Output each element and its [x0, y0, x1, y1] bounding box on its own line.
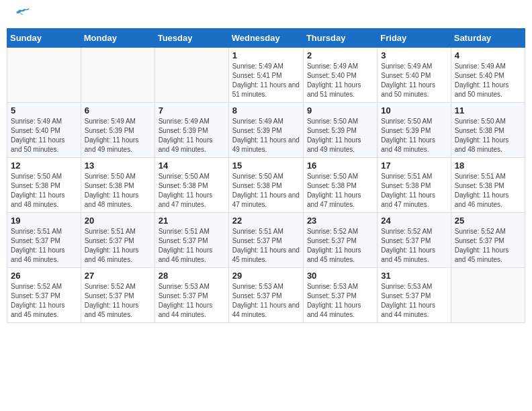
day-number: 14	[159, 161, 225, 171]
calendar-table: SundayMondayTuesdayWednesdayThursdayFrid…	[7, 28, 525, 323]
day-number: 22	[232, 216, 300, 226]
calendar-cell: 10Sunrise: 5:50 AMSunset: 5:39 PMDayligh…	[378, 103, 451, 158]
weekday-header-monday: Monday	[81, 29, 154, 48]
logo	[13, 10, 30, 18]
calendar-cell	[451, 268, 525, 323]
calendar-cell: 30Sunrise: 5:53 AMSunset: 5:37 PMDayligh…	[303, 268, 377, 323]
calendar-cell: 22Sunrise: 5:51 AMSunset: 5:37 PMDayligh…	[228, 213, 303, 268]
calendar-cell: 19Sunrise: 5:51 AMSunset: 5:37 PMDayligh…	[7, 213, 81, 268]
day-info: Sunrise: 5:51 AMSunset: 5:38 PMDaylight:…	[455, 172, 521, 210]
weekday-header-saturday: Saturday	[451, 29, 525, 48]
day-info: Sunrise: 5:52 AMSunset: 5:37 PMDaylight:…	[85, 282, 151, 320]
day-info: Sunrise: 5:50 AMSunset: 5:39 PMDaylight:…	[381, 117, 447, 154]
day-number: 28	[159, 271, 225, 281]
day-number: 21	[159, 216, 225, 226]
day-number: 27	[85, 271, 151, 281]
calendar-cell	[81, 48, 154, 103]
page-header	[7, 7, 525, 21]
day-number: 18	[455, 161, 521, 171]
calendar-week-row: 26Sunrise: 5:52 AMSunset: 5:37 PMDayligh…	[7, 268, 525, 323]
day-info: Sunrise: 5:53 AMSunset: 5:37 PMDaylight:…	[159, 282, 225, 320]
day-info: Sunrise: 5:51 AMSunset: 5:37 PMDaylight:…	[159, 227, 225, 265]
day-number: 17	[381, 161, 447, 171]
calendar-cell: 31Sunrise: 5:53 AMSunset: 5:37 PMDayligh…	[378, 268, 451, 323]
calendar-cell: 16Sunrise: 5:50 AMSunset: 5:38 PMDayligh…	[303, 158, 377, 213]
day-number: 12	[11, 161, 77, 171]
day-number: 16	[307, 161, 373, 171]
day-info: Sunrise: 5:53 AMSunset: 5:37 PMDaylight:…	[232, 282, 300, 320]
day-info: Sunrise: 5:49 AMSunset: 5:40 PMDaylight:…	[11, 117, 77, 154]
calendar-cell: 17Sunrise: 5:51 AMSunset: 5:38 PMDayligh…	[378, 158, 451, 213]
calendar-cell: 20Sunrise: 5:51 AMSunset: 5:37 PMDayligh…	[81, 213, 154, 268]
calendar-cell: 7Sunrise: 5:49 AMSunset: 5:39 PMDaylight…	[154, 103, 228, 158]
day-info: Sunrise: 5:52 AMSunset: 5:37 PMDaylight:…	[307, 227, 373, 265]
day-info: Sunrise: 5:50 AMSunset: 5:38 PMDaylight:…	[11, 172, 77, 210]
day-info: Sunrise: 5:50 AMSunset: 5:38 PMDaylight:…	[232, 172, 300, 210]
weekday-header-friday: Friday	[378, 29, 451, 48]
calendar-week-row: 19Sunrise: 5:51 AMSunset: 5:37 PMDayligh…	[7, 213, 525, 268]
day-number: 10	[381, 105, 447, 116]
day-number: 8	[232, 105, 300, 116]
weekday-header-sunday: Sunday	[7, 29, 81, 48]
day-info: Sunrise: 5:50 AMSunset: 5:38 PMDaylight:…	[159, 172, 225, 210]
calendar-cell: 18Sunrise: 5:51 AMSunset: 5:38 PMDayligh…	[451, 158, 525, 213]
calendar-cell: 23Sunrise: 5:52 AMSunset: 5:37 PMDayligh…	[303, 213, 377, 268]
weekday-header-thursday: Thursday	[303, 29, 377, 48]
day-number: 23	[307, 216, 373, 226]
calendar-cell: 24Sunrise: 5:52 AMSunset: 5:37 PMDayligh…	[378, 213, 451, 268]
day-number: 2	[307, 50, 373, 60]
day-info: Sunrise: 5:50 AMSunset: 5:38 PMDaylight:…	[85, 172, 151, 210]
day-info: Sunrise: 5:51 AMSunset: 5:37 PMDaylight:…	[232, 227, 300, 265]
day-info: Sunrise: 5:49 AMSunset: 5:39 PMDaylight:…	[85, 117, 151, 154]
day-number: 24	[381, 216, 447, 226]
day-info: Sunrise: 5:52 AMSunset: 5:37 PMDaylight:…	[455, 227, 521, 265]
calendar-cell: 5Sunrise: 5:49 AMSunset: 5:40 PMDaylight…	[7, 103, 81, 158]
day-number: 9	[307, 105, 373, 116]
day-info: Sunrise: 5:49 AMSunset: 5:39 PMDaylight:…	[232, 117, 300, 154]
day-info: Sunrise: 5:50 AMSunset: 5:39 PMDaylight:…	[307, 117, 373, 154]
day-info: Sunrise: 5:49 AMSunset: 5:40 PMDaylight:…	[381, 62, 447, 99]
calendar-week-row: 5Sunrise: 5:49 AMSunset: 5:40 PMDaylight…	[7, 103, 525, 158]
calendar-header-row: SundayMondayTuesdayWednesdayThursdayFrid…	[7, 29, 525, 48]
day-number: 19	[11, 216, 77, 226]
day-number: 6	[85, 105, 151, 116]
calendar-cell	[154, 48, 228, 103]
calendar-cell: 1Sunrise: 5:49 AMSunset: 5:41 PMDaylight…	[228, 48, 303, 103]
calendar-cell: 26Sunrise: 5:52 AMSunset: 5:37 PMDayligh…	[7, 268, 81, 323]
calendar-cell: 3Sunrise: 5:49 AMSunset: 5:40 PMDaylight…	[378, 48, 451, 103]
calendar-cell: 21Sunrise: 5:51 AMSunset: 5:37 PMDayligh…	[154, 213, 228, 268]
calendar-week-row: 12Sunrise: 5:50 AMSunset: 5:38 PMDayligh…	[7, 158, 525, 213]
day-number: 25	[455, 216, 521, 226]
day-number: 1	[232, 50, 300, 60]
day-number: 4	[455, 50, 521, 60]
day-info: Sunrise: 5:50 AMSunset: 5:38 PMDaylight:…	[307, 172, 373, 210]
day-info: Sunrise: 5:49 AMSunset: 5:41 PMDaylight:…	[232, 62, 300, 99]
day-info: Sunrise: 5:51 AMSunset: 5:37 PMDaylight:…	[85, 227, 151, 265]
calendar-cell: 28Sunrise: 5:53 AMSunset: 5:37 PMDayligh…	[154, 268, 228, 323]
day-info: Sunrise: 5:52 AMSunset: 5:37 PMDaylight:…	[11, 282, 77, 320]
calendar-cell: 12Sunrise: 5:50 AMSunset: 5:38 PMDayligh…	[7, 158, 81, 213]
calendar-cell: 29Sunrise: 5:53 AMSunset: 5:37 PMDayligh…	[228, 268, 303, 323]
day-info: Sunrise: 5:49 AMSunset: 5:40 PMDaylight:…	[455, 62, 521, 99]
day-info: Sunrise: 5:51 AMSunset: 5:37 PMDaylight:…	[11, 227, 77, 265]
day-info: Sunrise: 5:49 AMSunset: 5:39 PMDaylight:…	[159, 117, 225, 154]
day-number: 31	[381, 271, 447, 281]
day-info: Sunrise: 5:53 AMSunset: 5:37 PMDaylight:…	[381, 282, 447, 320]
calendar-cell	[7, 48, 81, 103]
calendar-week-row: 1Sunrise: 5:49 AMSunset: 5:41 PMDaylight…	[7, 48, 525, 103]
day-number: 3	[381, 50, 447, 60]
weekday-header-tuesday: Tuesday	[154, 29, 228, 48]
calendar-cell: 9Sunrise: 5:50 AMSunset: 5:39 PMDaylight…	[303, 103, 377, 158]
day-info: Sunrise: 5:49 AMSunset: 5:40 PMDaylight:…	[307, 62, 373, 99]
calendar-cell: 14Sunrise: 5:50 AMSunset: 5:38 PMDayligh…	[154, 158, 228, 213]
calendar-cell: 13Sunrise: 5:50 AMSunset: 5:38 PMDayligh…	[81, 158, 154, 213]
day-number: 15	[232, 161, 300, 171]
calendar-cell: 6Sunrise: 5:49 AMSunset: 5:39 PMDaylight…	[81, 103, 154, 158]
day-number: 20	[85, 216, 151, 226]
day-number: 7	[159, 105, 225, 116]
day-number: 5	[11, 105, 77, 116]
weekday-header-wednesday: Wednesday	[228, 29, 303, 48]
calendar-cell: 4Sunrise: 5:49 AMSunset: 5:40 PMDaylight…	[451, 48, 525, 103]
day-number: 26	[11, 271, 77, 281]
calendar-cell: 27Sunrise: 5:52 AMSunset: 5:37 PMDayligh…	[81, 268, 154, 323]
